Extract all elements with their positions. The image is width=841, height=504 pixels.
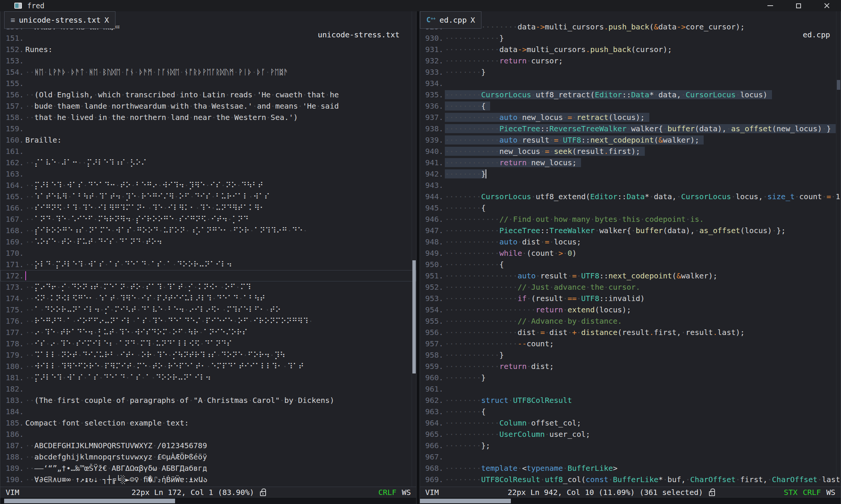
code-line[interactable]: 957.················--count;	[420, 338, 841, 349]
code-line[interactable]: 949.············while·(count·>·0)	[420, 247, 841, 259]
minimize-button[interactable]	[756, 0, 784, 11]
code-line[interactable]: 965.············UserColumn·user_col;	[420, 429, 841, 440]
code-line[interactable]: 946.············//·Find·out·how·many·byt…	[420, 214, 841, 225]
code-line[interactable]: 177.··⠔·⠹⠑·⠞⠗⠁⠙⠑⠲·⡃⠥⠞·⠹⠑·⠺⠊⠎⠙⠕⠍·⠕⠋·⠳⠗·⠁⠝…	[0, 327, 416, 338]
code-line[interactable]: 939.············auto·result·=·UTF8::next…	[420, 134, 841, 146]
code-line[interactable]: 940.············new_locus·=·seek(result.…	[420, 146, 841, 157]
vertical-scrollbar-right[interactable]	[836, 11, 841, 487]
line-number: 968.	[420, 463, 445, 474]
tab-close-button[interactable]: X	[105, 15, 109, 25]
code-line[interactable]: 969.········UTF8ColResult·utf8_col(const…	[420, 474, 841, 485]
code-line[interactable]: 947.············PieceTree::TreeWalker·wa…	[420, 225, 841, 236]
code-line[interactable]: 157.··bude·thaem·lande·northweardum·with…	[0, 100, 416, 112]
code-line[interactable]: 174.··⠪⠝·⠅⠝⠪⠇⠫⠛⠑⠂·⠱⠁⠞·⠹⠻⠑·⠊⠎·⠏⠜⠞⠊⠊⠥⠇⠜⠇⠹·…	[0, 293, 416, 304]
scrollbar-thumb[interactable]	[420, 499, 511, 503]
code-line[interactable]: 170.	[0, 247, 416, 259]
code-line[interactable]: 178.··⠊⠎·⠔·⠹⠑·⠎⠊⠍⠊⠇⠑⠆·⠁⠝⠙·⠍⠹·⠥⠝⠙⠁⠇⠇⠪⠫·⠙⠁…	[0, 338, 416, 349]
code-line[interactable]: 931.············data->multi_cursors.push…	[420, 44, 841, 55]
code-line[interactable]: 169.··⠡⠕⠎⠑·⠞⠕·⠏⠥⠞·⠙⠊⠎·⠙⠁⠝⠙·⠞⠕⠲	[0, 236, 416, 247]
code-line[interactable]: 155.	[0, 78, 416, 89]
code-line[interactable]: 161.	[0, 146, 416, 157]
code-line[interactable]: 165.··⠱⠁⠞⠑⠧⠻·⠁⠃⠳⠞·⠹⠁⠞⠲·⡹⠑·⠗⠑⠛⠊⠌⠻·⠕⠋·⠙⠊⠎·…	[0, 191, 416, 202]
code-line[interactable]: 156.··(Old·English,·which·transcribed·in…	[0, 89, 416, 100]
code-line[interactable]: 955.················//·Advance·by·distan…	[420, 315, 841, 327]
code-line[interactable]: 960.········}	[420, 372, 841, 383]
code-line[interactable]: 942.········}	[420, 168, 841, 180]
code-line[interactable]: 959.············return·dist;	[420, 361, 841, 372]
code-line[interactable]: 158.··that·he·lived·in·the·northern·land…	[0, 112, 416, 123]
code-line[interactable]: 953.················if·(result·==·UTF8::…	[420, 293, 841, 304]
code-line[interactable]: 954.····················return·extend(lo…	[420, 304, 841, 315]
code-line[interactable]: 958.············}	[420, 349, 841, 361]
tab-unicode-stress[interactable]: ≡ unicode-stress.txt X	[4, 11, 115, 29]
scrollbar-thumb[interactable]	[837, 80, 840, 90]
code-line[interactable]: 956.················dist·=·dist·+·distan…	[420, 327, 841, 338]
code-line[interactable]: 930.············}	[420, 32, 841, 44]
code-line[interactable]: 176.··⠗⠑⠛⠜⠙·⠁·⠊⠕⠋⠋⠔⠤⠝⠁⠊⠇·⠁⠎·⠹⠑·⠙⠑⠁⠙⠑⠌·⠏⠊…	[0, 315, 416, 327]
code-line[interactable]: 933.········}	[420, 66, 841, 78]
code-line[interactable]: 963.········{	[420, 406, 841, 417]
code-line[interactable]: 948.············auto·dist·=·locus;	[420, 236, 841, 247]
horizontal-scrollbar-right[interactable]	[420, 497, 841, 504]
code-line[interactable]: 167.··⠁⠝⠙·⠹⠑·⠡⠊⠑⠋·⠍⠳⠗⠝⠻⠲·⡎⠊⠗⠕⠕⠛⠑·⠎⠊⠛⠝⠫·⠊…	[0, 214, 416, 225]
code-line[interactable]: 162.··⡌⠁⠧⠑·⠼⠁⠒··⡍⠜⠇⠑⠹⠰⠎·⡣⠕⠌	[0, 157, 416, 168]
code-line[interactable]: 171.··⡕⠇⠙·⡍⠜⠇⠑⠹·⠺⠁⠎·⠁⠎·⠙⠑⠁⠙·⠁⠎·⠁·⠙⠕⠕⠗⠤⠝⠁…	[0, 259, 416, 270]
code-line[interactable]: 181.··⡍⠜⠇⠑⠹·⠺⠁⠎·⠁⠎·⠙⠑⠁⠙·⠁⠎·⠁·⠙⠕⠕⠗⠤⠝⠁⠊⠇⠲	[0, 372, 416, 383]
code-line[interactable]: 187.··ABCDEFGHIJKLMNOPQRSTUVWXYZ·/012345…	[0, 440, 416, 451]
vertical-scrollbar-left[interactable]	[412, 11, 416, 487]
text-editor-left[interactable]: 150.··እግርህን·በፍራሽህ·ልክ·ዘርጋ።151.152.Runes:1…	[0, 11, 416, 487]
line-number: 953.	[420, 293, 445, 304]
code-line[interactable]: 159.	[0, 123, 416, 134]
code-line[interactable]: 183.··(The·first·couple·of·paragraphs·of…	[0, 395, 416, 406]
code-line[interactable]: 166.··⠎⠊⠛⠝⠫·⠃⠹·⠹⠑·⠊⠇⠻⠛⠹⠍⠁⠝⠂·⠹⠑·⠊⠇⠻⠅⠂·⠹⠑·…	[0, 202, 416, 214]
code-line[interactable]: 185.Compact·font·selection·example·text:	[0, 417, 416, 429]
code-line[interactable]: 966.········};	[420, 440, 841, 451]
code-line[interactable]: 163.	[0, 168, 416, 180]
tab-close-button[interactable]: X	[470, 15, 475, 25]
code-line[interactable]: 935.········CursorLocus·utf8_retract(Edi…	[420, 89, 841, 100]
code-line[interactable]: 968.········template·<typename·BufferLik…	[420, 463, 841, 474]
code-line[interactable]: 929.················data->multi_cursors.…	[420, 21, 841, 32]
code-line[interactable]: 952.················//·Just·advance·the·…	[420, 281, 841, 293]
code-line[interactable]: 190.··∀∂∈ℝ∧∪≡∞·↑↗↨↻⇣·┐┼╔╘░►☺♀·ﬁ�⑀₂ἠḂӥẄɐː…	[0, 474, 416, 485]
code-line[interactable]: 967.	[420, 451, 841, 463]
code-line[interactable]: 168.··⡎⠊⠗⠕⠕⠛⠑⠰⠎·⠝⠁⠍⠑·⠺⠁⠎·⠛⠕⠕⠙·⠥⠏⠕⠝·⠰⡡⠁⠝⠛…	[0, 225, 416, 236]
scrollbar-thumb[interactable]	[412, 260, 416, 373]
code-line[interactable]: 179.··⠩⠁⠇⠇·⠝⠕⠞·⠙⠊⠌⠥⠗⠃·⠊⠞⠂·⠕⠗·⠹⠑·⡊⠳⠝⠞⠗⠹⠰⠎…	[0, 349, 416, 361]
code-line[interactable]: 154.··ᚻᛖ·ᚳᚹᚫᚦ·ᚦᚫᛏ·ᚻᛖ·ᛒᚢᛞᛖ·ᚩᚾ·ᚦᚫᛗ·ᛚᚪᚾᛞᛖ·ᚾ…	[0, 66, 416, 78]
code-line[interactable]: 943.	[420, 180, 841, 191]
code-line[interactable]: 160.Braille:	[0, 134, 416, 146]
horizontal-scrollbar-left[interactable]	[0, 497, 416, 504]
code-line[interactable]: 936.········{	[420, 100, 841, 112]
tab-ed-cpp[interactable]: C++ ed.cpp X	[420, 11, 481, 29]
code-line[interactable]: 941.············return·new_locus;	[420, 157, 841, 168]
text-editor-right[interactable]: 929.················data->multi_cursors.…	[420, 11, 841, 487]
code-line[interactable]: 164.··⡍⠜⠇⠑⠹·⠺⠁⠎·⠙⠑⠁⠙⠒·⠞⠕·⠃⠑⠛⠔·⠺⠊⠹⠲·⡹⠻⠑·⠊…	[0, 180, 416, 191]
maximize-button[interactable]	[784, 0, 813, 11]
code-line[interactable]: 186.	[0, 429, 416, 440]
scrollbar-thumb[interactable]	[4, 499, 175, 503]
code-line[interactable]: 189.··–—‘“”„†•…‰™œŠŸž€·ΑΒΓΔΩαβγδω·АБВГДа…	[0, 463, 416, 474]
code-line[interactable]: 934.	[420, 78, 841, 89]
code-line[interactable]: 180.··⠺⠊⠇⠇·⠹⠻⠑⠋⠕⠗⠑·⠏⠻⠍⠊⠞·⠍⠑·⠞⠕·⠗⠑⠏⠑⠁⠞⠂·⠑…	[0, 361, 416, 372]
code-line[interactable]: 961.	[420, 383, 841, 395]
code-line[interactable]: 951.················auto·result·=·UTF8::…	[420, 270, 841, 281]
code-line[interactable]: 172.	[0, 270, 416, 281]
code-line[interactable]: 184.	[0, 406, 416, 417]
code-line[interactable]: 937.············auto·new_locus·=·retract…	[420, 112, 841, 123]
code-line[interactable]: 173.··⡍⠔⠙⠖·⡊·⠙⠕⠝⠰⠞·⠍⠑⠁⠝·⠞⠕·⠎⠁⠹·⠹⠁⠞·⡊·⠅⠝⠪…	[0, 281, 416, 293]
close-button[interactable]	[813, 0, 841, 11]
code-line[interactable]: 153.	[0, 55, 416, 66]
code-line[interactable]: 175.··⠁·⠙⠕⠕⠗⠤⠝⠁⠊⠇⠲·⡊·⠍⠊⠣⠞·⠙⠁⠧⠑·⠃⠑⠲·⠔⠊⠇⠔⠫…	[0, 304, 416, 315]
code-line[interactable]: 944.········CursorLocus·utf8_extend(Edit…	[420, 191, 841, 202]
code-line[interactable]: 182.	[0, 383, 416, 395]
code-line[interactable]: 188.··abcdefghijklmnopqrstuvwxyz·£©µÀÆÖÞ…	[0, 451, 416, 463]
code-line[interactable]: 932.············return·cursor;	[420, 55, 841, 66]
line-number: 152.	[0, 44, 25, 55]
code-line[interactable]: 962.········struct·UTF8ColResult	[420, 395, 841, 406]
code-line[interactable]: 964.············Column·offset_col;	[420, 417, 841, 429]
code-line[interactable]: 945.········{	[420, 202, 841, 214]
code-line[interactable]: 950.············{	[420, 259, 841, 270]
code-line[interactable]: 152.Runes:	[0, 44, 416, 55]
code-line[interactable]: 938.············PieceTree::ReverseTreeWa…	[420, 123, 841, 134]
